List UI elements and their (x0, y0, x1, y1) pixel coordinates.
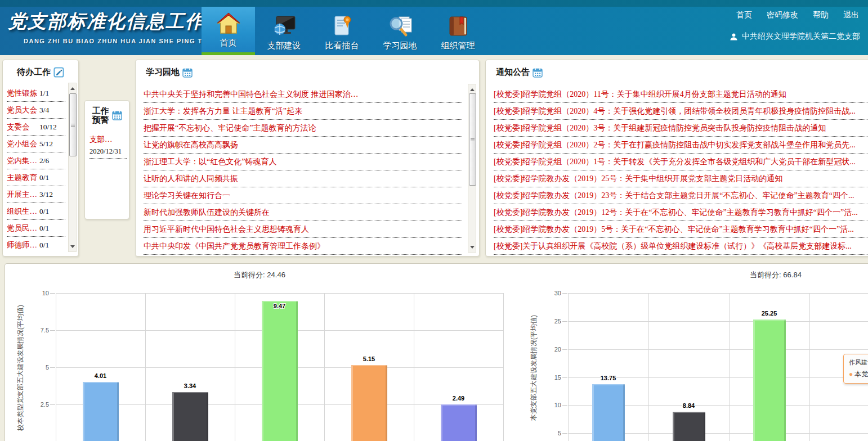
todo-item[interactable]: 开展主…3/12 (7, 186, 65, 203)
gridline (729, 293, 730, 441)
nav-item-branch-building[interactable]: 支部建设 (255, 7, 313, 55)
chart-bar[interactable] (351, 365, 387, 441)
y-tick-mark (50, 293, 55, 294)
study-link[interactable]: 浙江理工大学：以“红色文化”铸魂育人 (144, 154, 462, 170)
nav-item-study-garden[interactable]: 学习园地 (371, 7, 429, 55)
y-tick-mark (562, 405, 567, 406)
notice-link[interactable]: [校党委]关于认真组织开展《高校院（系）级单位党组织建设标准（试行）》《高校基层… (494, 238, 868, 255)
todo-item-label: 主题教育 (7, 173, 39, 183)
change-password-link[interactable]: 密码修改 (767, 10, 798, 20)
gridline (568, 293, 569, 441)
gridline (324, 293, 325, 441)
home-icon (216, 12, 241, 35)
top-links: 首页密码修改帮助退出 (736, 10, 859, 20)
study-link[interactable]: 浙江大学：发挥各方力量 让主题教育“活”起来 (144, 103, 462, 120)
todo-item-label: 党员民… (7, 223, 39, 233)
score-charts-panel: 当前得分: 24.46校本类型党支部五大建设发展情况(平均值)2.557.510… (5, 263, 868, 441)
notice-link[interactable]: [校党委]绍学院党组（2020）11号：关于集中组织开展4月份支部主题党日活动的… (494, 86, 868, 103)
todo-item[interactable]: 主题教育0/1 (7, 169, 65, 186)
todo-item-count: 0/1 (39, 241, 49, 250)
user-info[interactable]: 中共绍兴文理学院机关第二党支部 (730, 32, 860, 42)
scroll-down-arrow[interactable] (468, 243, 476, 251)
chart-bar[interactable] (262, 301, 298, 441)
study-link[interactable]: 把握开展“不忘初心、牢记使命”主题教育的方法论 (144, 120, 462, 137)
chart-score-title: 当前得分: 66.84 (691, 270, 860, 280)
nav-label: 组织管理 (441, 40, 475, 51)
scroll-thumb[interactable] (69, 93, 77, 156)
bar-value-label: 4.01 (81, 372, 120, 379)
chart-bar[interactable] (172, 392, 208, 441)
scroll-up-arrow[interactable] (468, 86, 476, 93)
notice-link[interactable]: [校党委]绍学院教办发（2019）23号：关于结合支部主题党日开展“不忘初心、牢… (494, 187, 868, 204)
notice-link[interactable]: [校党委]绍学院党组（2020）4号：关于强化党建引领，团结带领全校团员青年积极… (494, 103, 868, 120)
todo-item-count: 3/12 (39, 190, 53, 199)
todo-item[interactable]: 党性锻炼1/1 (7, 85, 65, 102)
nav-item-compare-arena[interactable]: 比看擂台 (313, 7, 371, 55)
todo-item[interactable]: 党员民…0/1 (7, 220, 65, 237)
calendar-icon (182, 68, 193, 78)
help-link[interactable]: 帮助 (813, 10, 829, 20)
notice-link[interactable]: [校党委]绍学院教办发（2019）12号：关于在“不忘初心、牢记使命”主题教育学… (494, 204, 868, 221)
chart-bar[interactable] (592, 384, 625, 441)
warning-date: 2020/12/31 (90, 147, 127, 159)
y-tick-mark (562, 321, 567, 322)
bar-value-label: 13.75 (589, 375, 628, 381)
series-dot: ● (849, 370, 853, 378)
chart-bar[interactable] (673, 412, 705, 441)
home-link[interactable]: 首页 (736, 10, 752, 20)
y-axis-title: 校本类型党支部五大建设发展情况(平均值) (16, 284, 24, 441)
todo-item[interactable]: 党员大会3/4 (7, 102, 65, 119)
scroll-thumb[interactable] (469, 93, 476, 186)
chart-bar[interactable] (441, 404, 477, 441)
y-tick-mark (50, 330, 55, 331)
y-tick-mark (562, 433, 567, 434)
nav-label: 首页 (220, 38, 237, 48)
todo-item[interactable]: 党内集…2/6 (7, 152, 65, 169)
scroll-down-arrow[interactable] (69, 242, 76, 250)
todo-item[interactable]: 师德师…0/1 (7, 237, 65, 253)
logout-link[interactable]: 退出 (843, 10, 859, 20)
nav-item-org-management[interactable]: 组织管理 (429, 7, 487, 55)
chart-tooltip: 作风建设●本党 (843, 354, 868, 384)
notice-panel: 通知公告 [校党委]绍学院党组（2020）11号：关于集中组织开展4月份支部主题… (485, 60, 868, 256)
study-link[interactable]: 用习近平新时代中国特色社会主义思想铸魂育人 (144, 221, 462, 238)
todo-item[interactable]: 党小组会5/12 (7, 136, 65, 152)
nav-item-home[interactable]: 首页 (202, 7, 255, 55)
chart-bar[interactable] (83, 382, 119, 441)
y-tick-mark (562, 377, 567, 378)
notice-link[interactable]: [校党委]绍学院教办发（2019）5号：关于在“不忘初心、牢记使命”主题教育学习… (494, 221, 868, 238)
warning-item[interactable]: 支部… 2020/12/31 (90, 134, 127, 159)
user-icon (730, 33, 738, 41)
edit-icon[interactable] (53, 67, 64, 78)
study-link[interactable]: 理论学习关键在知行合一 (144, 187, 462, 204)
notice-link[interactable]: [校党委]绍学院教办发（2019）25号：关于集中组织开展党支部主题党日活动的通… (494, 170, 868, 187)
study-link[interactable]: 让听的人和讲的人同频共振 (144, 170, 462, 187)
chart-bar[interactable] (753, 320, 786, 441)
study-link[interactable]: 新时代加强教师队伍建设的关键所在 (144, 204, 462, 221)
study-link[interactable]: 中共中央印发《中国共产党党员教育管理工作条例》 (144, 238, 462, 255)
todo-item-count: 5/12 (39, 140, 53, 148)
notice-link[interactable]: [校党委]绍学院党组（2020）1号：关于转发《关于充分发挥全市各级党组织和广大… (494, 154, 868, 170)
nav-label: 比看擂台 (325, 40, 359, 51)
magnifier-doc-icon (388, 15, 413, 38)
book-icon (446, 15, 471, 38)
notice-link[interactable]: [校党委]绍学院党组（2020）2号：关于在打赢疫情防控阻击战中切实发挥党支部战… (494, 137, 868, 154)
notice-link[interactable]: [校党委]绍学院党组（2020）3号：关于组建新冠疫情防控党员突击队投身防控疫情… (494, 120, 868, 137)
header-top-strip (0, 0, 868, 7)
study-scrollbar[interactable] (468, 84, 476, 253)
y-tick-mark (562, 293, 567, 294)
todo-item[interactable]: 组织生…0/1 (7, 203, 65, 220)
todo-item[interactable]: 支委会10/12 (7, 119, 65, 136)
study-link[interactable]: 中共中央关于坚持和完善中国特色社会主义制度 推进国家治… (144, 86, 462, 103)
bar-value-label: 8.84 (669, 402, 709, 409)
bar-value-label: 5.15 (350, 356, 389, 362)
todo-scrollbar[interactable] (68, 83, 77, 252)
gridline (568, 349, 868, 350)
scroll-up-arrow[interactable] (69, 84, 76, 92)
y-tick-label: 25 (539, 318, 561, 325)
study-link[interactable]: 让党的旗帜在高校高高飘扬 (144, 137, 462, 154)
y-tick-label: 20 (539, 346, 561, 353)
todo-panel-title: 待办工作 (17, 67, 51, 78)
tooltip-category: 作风建设 (849, 358, 868, 367)
y-axis-title: 本党支部五大建设发展情况(平均值) (529, 284, 537, 441)
